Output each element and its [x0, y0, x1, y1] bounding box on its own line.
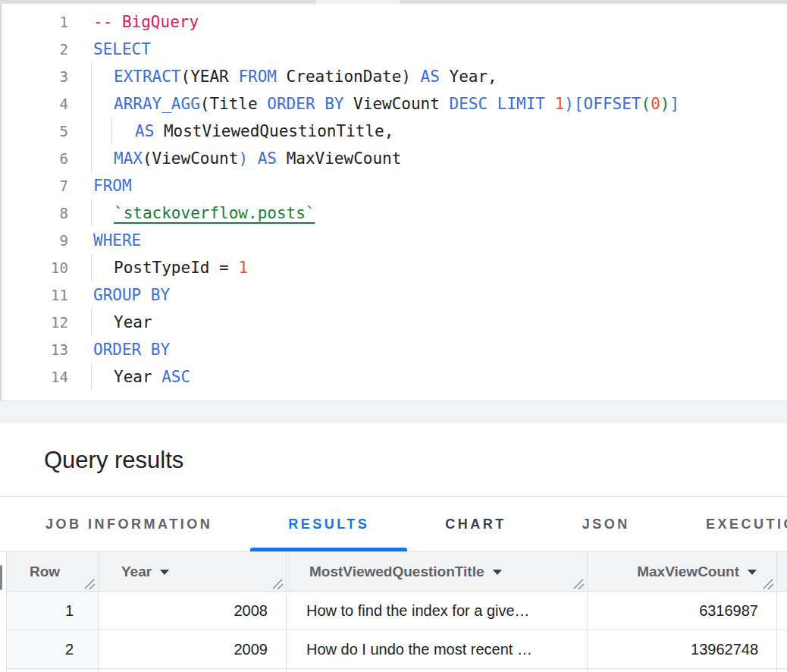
line-number: 5: [2, 118, 68, 145]
results-tab-bar: JOB INFORMATIONRESULTSCHARTJSONEXECUTION…: [0, 497, 787, 552]
cell-row: 1: [6, 592, 99, 630]
code-token: MaxViewCount: [277, 149, 401, 168]
code-line[interactable]: 13ORDER BY: [2, 336, 787, 363]
code-text: GROUP BY: [93, 281, 170, 309]
code-token: -- BigQuery: [93, 13, 199, 31]
code-line[interactable]: 1-- BigQuery: [2, 8, 787, 36]
indent-guide: [91, 90, 92, 118]
tab-label: RESULTS: [288, 517, 369, 532]
table-reference-link[interactable]: `stackoverflow.posts`: [114, 204, 315, 222]
code-line[interactable]: 3EXTRACT(YEAR FROM CreationDate) AS Year…: [2, 63, 787, 90]
code-text: ARRAY_AGG(Title ORDER BY ViewCount DESC …: [93, 90, 679, 118]
code-token: AS: [135, 122, 154, 140]
sort-arrow-icon: [160, 570, 169, 575]
code-token: FROM: [93, 177, 132, 195]
code-token: ]: [669, 95, 679, 113]
column-resize-handle[interactable]: [272, 577, 284, 589]
sql-code-editor[interactable]: 1-- BigQuery2SELECT3EXTRACT(YEAR FROM Cr…: [0, 4, 787, 400]
cell-extra: [777, 669, 787, 672]
line-number: 1: [2, 8, 68, 36]
line-number: 8: [2, 199, 68, 227]
code-token: ARRAY_AGG: [114, 95, 200, 113]
tab-chart[interactable]: CHART: [407, 497, 544, 551]
code-line[interactable]: 7FROM: [2, 172, 787, 199]
code-line-content: EXTRACT(YEAR FROM CreationDate) AS Year,: [93, 63, 497, 90]
code-line[interactable]: 10PostTypeId = 1: [2, 254, 787, 281]
line-number: 10: [2, 254, 68, 281]
code-line-content: `stackoverflow.posts`: [93, 199, 315, 227]
indent-guide: [91, 199, 92, 227]
table-row: 22009How do I undo the most recent …1396…: [6, 630, 787, 669]
cell-year: [99, 669, 287, 672]
code-token: ): [238, 149, 248, 168]
code-line-content: Year: [93, 309, 152, 336]
column-header-label: MaxViewCount: [637, 564, 739, 580]
results-table: RowYearMostViewedQuestionTitleMaxViewCou…: [0, 552, 787, 672]
code-token: OFFSET: [584, 95, 641, 113]
code-line-content: ORDER BY: [93, 336, 170, 363]
column-header-label: Row: [30, 564, 60, 580]
line-number: 11: [2, 281, 68, 309]
code-line[interactable]: 6MAX(ViewCount) AS MaxViewCount: [2, 145, 787, 172]
code-line[interactable]: 4ARRAY_AGG(Title ORDER BY ViewCount DESC…: [2, 90, 787, 118]
code-text: EXTRACT(YEAR FROM CreationDate) AS Year,: [93, 63, 497, 90]
cell-year: 2009: [99, 630, 287, 669]
column-header-year[interactable]: Year: [99, 552, 287, 591]
indent-guide: [91, 145, 92, 172]
tab-json[interactable]: JSON: [544, 497, 668, 551]
table-scrollbar-thumb[interactable]: [0, 565, 2, 590]
code-text: `stackoverflow.posts`: [93, 199, 315, 227]
column-header-maxviewcount[interactable]: MaxViewCount: [588, 552, 777, 591]
column-header-mostviewedquestiontitle[interactable]: MostViewedQuestionTitle: [287, 552, 588, 591]
code-token: ASC: [161, 368, 190, 386]
indent-guide: [91, 63, 92, 90]
code-token: LIMIT: [497, 95, 545, 113]
column-header-row[interactable]: Row: [6, 552, 99, 591]
tab-job-information[interactable]: JOB INFORMATION: [8, 497, 250, 551]
code-line-content: Year ASC: [93, 363, 190, 391]
query-results-title: Query results: [44, 447, 183, 474]
code-line-content: PostTypeId = 1: [93, 254, 248, 281]
cell-year: 2008: [99, 592, 287, 630]
code-token: [488, 95, 497, 113]
tab-execution-details[interactable]: EXECUTION DETAILS: [668, 497, 787, 551]
code-line[interactable]: 14Year ASC: [2, 363, 787, 391]
cell-maxviewcount: 13962748: [588, 630, 777, 669]
tab-label: JSON: [582, 517, 630, 532]
column-header-extra[interactable]: [777, 552, 787, 591]
code-line[interactable]: 12Year: [2, 309, 787, 336]
cell-mostviewedquestiontitle: How to find the index for a give…: [287, 592, 588, 630]
line-number: 6: [2, 145, 68, 172]
line-number: 2: [2, 36, 68, 63]
code-token: MostViewedQuestionTitle,: [154, 122, 394, 140]
tab-results[interactable]: RESULTS: [250, 497, 407, 551]
code-token: (YEAR: [181, 68, 239, 86]
code-line[interactable]: 2SELECT: [2, 36, 787, 63]
sort-arrow-icon: [748, 570, 757, 575]
code-text: SELECT: [93, 36, 151, 63]
column-resize-handle[interactable]: [84, 577, 96, 589]
code-line[interactable]: 5AS MostViewedQuestionTitle,: [2, 118, 787, 145]
code-line[interactable]: 11GROUP BY: [2, 281, 787, 309]
column-resize-handle[interactable]: [763, 577, 774, 589]
code-token: 1: [238, 259, 248, 277]
line-number: 9: [2, 227, 68, 254]
editor-results-divider: [0, 400, 787, 422]
code-text: Year: [93, 309, 152, 336]
code-token: AS: [258, 149, 277, 168]
code-text: ORDER BY: [93, 336, 170, 363]
code-token: ORDER BY: [93, 341, 170, 359]
indent-guide: [91, 254, 92, 281]
tab-label: JOB INFORMATION: [45, 517, 212, 532]
cell-maxviewcount: 6316987: [588, 592, 777, 630]
code-line[interactable]: 8`stackoverflow.posts`: [2, 199, 787, 227]
cell-extra: [777, 630, 787, 669]
code-text: WHERE: [93, 227, 141, 254]
code-line-content: ARRAY_AGG(Title ORDER BY ViewCount DESC …: [93, 90, 679, 118]
table-row: 12008How to find the index for a give…63…: [6, 592, 787, 630]
code-lines: 1-- BigQuery2SELECT3EXTRACT(YEAR FROM Cr…: [2, 8, 787, 391]
cell-row: 2: [6, 630, 99, 669]
column-resize-handle[interactable]: [573, 577, 585, 589]
sort-arrow-icon: [493, 570, 502, 575]
code-line[interactable]: 9WHERE: [2, 227, 787, 254]
